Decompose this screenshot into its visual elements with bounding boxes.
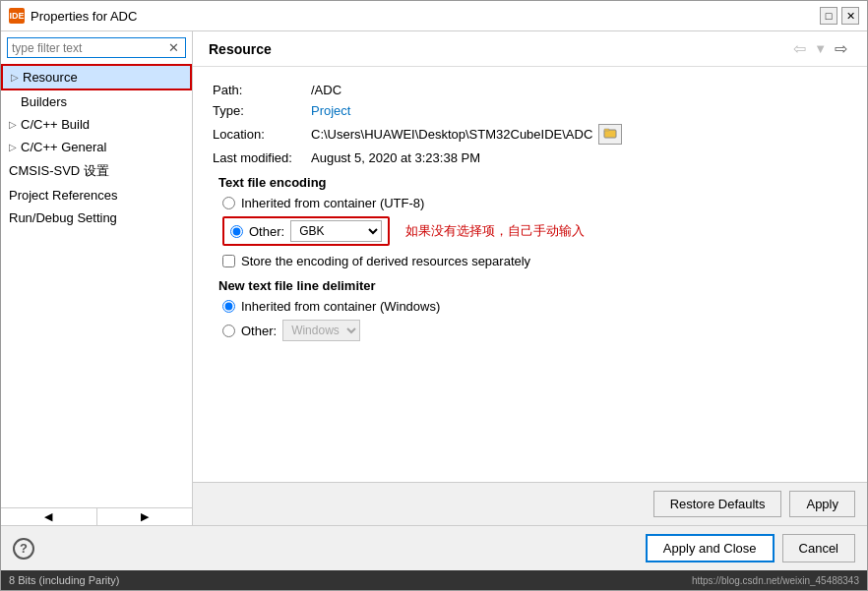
sidebar-item-label: Project References [9,188,118,203]
restore-defaults-button[interactable]: Restore Defaults [653,491,782,517]
dialog-title: Properties for ADC [31,9,814,24]
store-encoding-label[interactable]: Store the encoding of derived resources … [241,254,530,268]
type-row: Type: Project [213,103,847,118]
content-area: ✕ ▷ Resource Builders ▷ C/C++ Build [1,31,867,525]
help-button[interactable]: ? [13,538,34,560]
last-modified-value: August 5, 2020 at 3:23:38 PM [311,150,480,165]
location-value: C:\Users\HUAWEI\Desktop\STM32CubeIDE\ADC [311,127,592,142]
footer-actions: Apply and Close Cancel [646,534,855,562]
sidebar-item-run-debug[interactable]: Run/Debug Setting [1,207,192,229]
location-row: Location: C:\Users\HUAWEI\Desktop\STM32C… [213,124,847,145]
close-button[interactable]: ✕ [841,7,859,25]
other-encoding-label[interactable]: Other: [249,224,284,239]
sidebar-item-label: Resource [23,70,78,85]
delimiter-other-radio[interactable] [222,325,235,337]
store-checkbox-row: Store the encoding of derived resources … [222,254,847,268]
sidebar-item-label: C/C++ Build [21,117,90,132]
main-footer: Restore Defaults Apply [193,482,867,525]
inherited-encoding-label[interactable]: Inherited from container (UTF-8) [241,196,424,210]
delimiter-section: New text file line delimiter Inherited f… [213,278,847,341]
sidebar-item-cpp-general[interactable]: ▷ C/C++ General [1,136,192,158]
last-modified-row: Last modified: August 5, 2020 at 3:23:38… [213,150,847,165]
type-label: Type: [213,103,311,118]
search-box[interactable]: ✕ [7,37,186,58]
minimize-button[interactable]: □ [820,7,837,25]
inherited-encoding-radio[interactable] [222,197,235,209]
title-bar: IDE Properties for ADC □ ✕ [1,1,867,31]
sidebar-item-label: CMSIS-SVD 设置 [9,162,109,180]
path-label: Path: [213,83,311,97]
watermark-text: https://blog.csdn.net/weixin_45488343 [692,575,859,586]
delimiter-inherited-label[interactable]: Inherited from container (Windows) [241,299,440,314]
cancel-button[interactable]: Cancel [782,534,855,562]
other-encoding-box: Other: GBK UTF-8 ISO-8859-1 US-ASCII [222,216,390,246]
forward-button[interactable]: ⇨ [831,39,851,58]
search-input[interactable] [12,41,166,55]
delimiter-radio-group: Inherited from container (Windows) Other… [222,299,847,341]
sidebar-item-cpp-build[interactable]: ▷ C/C++ Build [1,113,192,136]
store-encoding-checkbox[interactable] [222,255,235,267]
delimiter-section-title: New text file line delimiter [218,278,847,293]
inherited-radio-row: Inherited from container (UTF-8) [222,196,847,210]
sidebar-item-builders[interactable]: Builders [1,90,192,113]
nav-tree: ▷ Resource Builders ▷ C/C++ Build ▷ C/C+… [1,64,192,507]
delimiter-other-label[interactable]: Other: [241,324,277,338]
bottom-bar: 8 Bits (including Parity) https://blog.c… [1,570,867,590]
encoding-radio-group: Inherited from container (UTF-8) Other: … [222,196,847,246]
path-value: /ADC [311,83,341,97]
scroll-left-btn[interactable]: ◀ [1,508,97,525]
annotation-text: 如果没有选择项，自己手动输入 [405,222,585,240]
window-controls: □ ✕ [820,7,859,25]
delimiter-dropdown[interactable]: Windows Unix Mac [282,320,360,341]
apply-close-button[interactable]: Apply and Close [646,534,775,562]
other-encoding-radio[interactable] [230,225,243,238]
delimiter-inherited-row: Inherited from container (Windows) [222,299,847,314]
main-header: Resource ⇦ ▼ ⇨ [193,31,867,67]
expand-arrow-cpp-build: ▷ [9,119,17,130]
main-panel: Resource ⇦ ▼ ⇨ Path: /ADC Type: Project [193,31,867,525]
delimiter-inherited-radio[interactable] [222,300,235,313]
expand-arrow-resource: ▷ [11,72,19,83]
folder-icon [603,126,617,140]
apply-button[interactable]: Apply [789,491,855,517]
delimiter-other-row: Other: Windows Unix Mac [222,320,847,341]
location-browse-button[interactable] [598,124,622,145]
section-title: Resource [209,41,272,57]
search-clear-icon[interactable]: ✕ [166,40,181,55]
sidebar-item-resource[interactable]: ▷ Resource [1,64,192,90]
svg-rect-1 [604,129,609,131]
dialog-footer: ? Apply and Close Cancel [1,525,867,570]
sidebar-item-project-references[interactable]: Project References [1,184,192,207]
bottom-bar-text: 8 Bits (including Parity) [9,574,120,586]
main-content: Path: /ADC Type: Project Location: C:\Us… [193,67,867,482]
properties-dialog: IDE Properties for ADC □ ✕ ✕ ▷ Resource [0,0,868,591]
expand-arrow-cpp-general: ▷ [9,142,17,152]
nav-arrows: ⇦ ▼ ⇨ [789,39,851,58]
encoding-section-title: Text file encoding [218,175,847,190]
sidebar-scroll: ◀ ▶ [1,507,192,525]
app-icon: IDE [9,8,25,24]
sidebar-item-label: Run/Debug Setting [9,210,117,225]
path-row: Path: /ADC [213,83,847,97]
last-modified-label: Last modified: [213,150,311,165]
scroll-right-btn[interactable]: ▶ [97,508,193,525]
sidebar-item-label: C/C++ General [21,140,106,154]
sidebar-item-label: Builders [21,94,67,109]
encoding-dropdown[interactable]: GBK UTF-8 ISO-8859-1 US-ASCII [290,220,382,242]
sidebar-item-cmsis-svd[interactable]: CMSIS-SVD 设置 [1,158,192,184]
type-value: Project [311,103,350,118]
location-label: Location: [213,127,311,142]
back-button[interactable]: ⇦ [789,39,810,58]
sidebar: ✕ ▷ Resource Builders ▷ C/C++ Build [1,31,193,525]
